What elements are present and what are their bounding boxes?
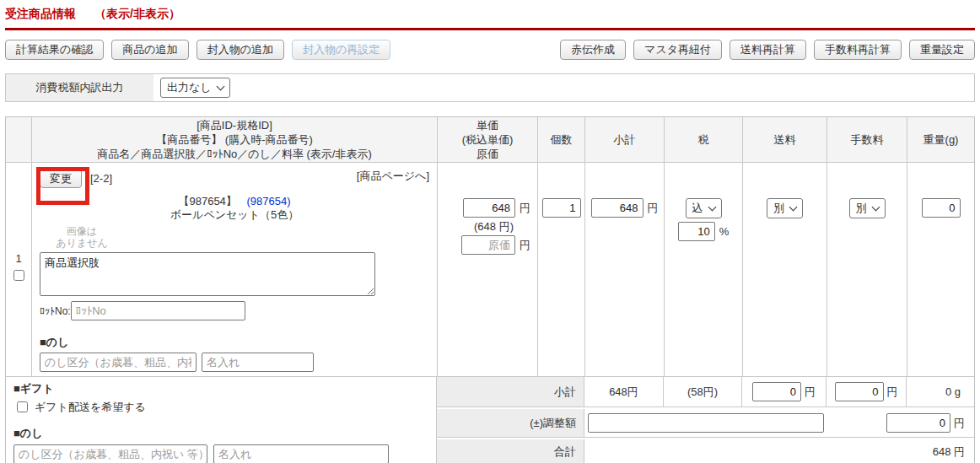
adjustment-note-input[interactable] xyxy=(588,413,824,433)
visibility-toggle-link[interactable]: （表示/非表示） xyxy=(94,7,180,22)
order-product-page: 受注商品情報 （表示/非表示） 計算結果の確認 商品の追加 封入物の追加 封入物… xyxy=(0,0,980,463)
row-number: 1 xyxy=(15,252,21,265)
chevron-down-icon xyxy=(216,83,224,91)
header-product-line1: [商品ID-規格ID] xyxy=(197,118,272,132)
footer-adjustment-label: (±)調整額 xyxy=(437,409,584,437)
header-shipping: 送料 xyxy=(743,117,827,162)
header-product-line2: 【商品番号】 (購入時-商品番号) xyxy=(156,132,313,147)
tax-output-body: 出力なし xyxy=(153,74,230,101)
header-product: [商品ID-規格ID] 【商品番号】 (購入時-商品番号) 商品名／商品選択肢／… xyxy=(32,117,438,162)
product-top-line: 変更 [2-2] [商品ページへ] xyxy=(40,169,429,188)
footer-subtotal-value: 648円 xyxy=(584,377,664,406)
no-image-line2: ありません xyxy=(44,237,120,249)
cost-input[interactable] xyxy=(461,235,515,255)
footer-noshi-name-input[interactable] xyxy=(213,444,389,463)
reset-insert-button[interactable]: 封入物の再設定 xyxy=(292,40,390,60)
product-center-block: 【987654】 (987654) ボールペンセット（5色） xyxy=(40,195,429,222)
subtotal-line: 円 xyxy=(591,198,659,218)
header-quantity: 個数 xyxy=(538,117,585,162)
tax-mode-value: 込 xyxy=(692,201,703,216)
footer-total-label: 合計 xyxy=(437,439,584,463)
footer-subtotal-row: 小計 648円 (58円) 円 円 0 g xyxy=(437,377,974,407)
product-page-link[interactable]: [商品ページへ] xyxy=(357,169,429,184)
footer-noshi-type-input[interactable] xyxy=(13,444,207,463)
gift-delivery-checkbox[interactable] xyxy=(17,401,28,412)
footer-fee-currency: 円 xyxy=(887,385,898,400)
subtotal-input[interactable] xyxy=(591,198,643,218)
header-row-number xyxy=(6,117,32,162)
fee-mode-select[interactable]: 別 xyxy=(849,198,886,218)
unit-price-line: 円 xyxy=(463,198,530,218)
tax-included-price: (648 円) xyxy=(474,219,514,234)
table-footer: ■ギフト ギフト配送を希望する ■のし 小計 648円 (58円) xyxy=(6,376,974,463)
footer-fee-input[interactable] xyxy=(835,382,884,401)
table-row: 1 変更 [2-2] [商品ページへ] 【987654】 (987654) xyxy=(6,163,974,376)
row-number-cell: 1 xyxy=(6,163,32,376)
shipping-mode-value: 別 xyxy=(773,201,784,216)
weight-input[interactable] xyxy=(922,198,961,218)
footer-weight-value: 0 g xyxy=(907,377,974,406)
page-title-bar: 受注商品情報 （表示/非表示） xyxy=(5,7,975,22)
red-slip-create-button[interactable]: 赤伝作成 xyxy=(560,40,626,60)
row-noshi-type-input[interactable] xyxy=(40,353,197,372)
product-options-textarea[interactable]: 商品選択肢 xyxy=(40,252,375,296)
product-number-link[interactable]: (987654) xyxy=(246,195,290,207)
product-name: ボールペンセット（5色） xyxy=(40,208,429,222)
footer-noshi-heading: ■のし xyxy=(13,426,428,441)
shipping-recalc-button[interactable]: 送料再計算 xyxy=(730,40,806,60)
gift-check-row: ギフト配送を希望する xyxy=(13,399,428,415)
lot-no-input[interactable] xyxy=(71,301,245,320)
calc-result-confirm-button[interactable]: 計算結果の確認 xyxy=(5,40,104,60)
change-button[interactable]: 変更 xyxy=(40,169,82,188)
title-divider xyxy=(5,28,975,30)
master-relink-button[interactable]: マスタ再紐付 xyxy=(633,40,722,60)
gift-checkbox-label: ギフト配送を希望する xyxy=(35,400,146,415)
footer-fee-cell: 円 xyxy=(827,377,907,406)
chevron-down-icon xyxy=(708,203,716,212)
order-items-table: [商品ID-規格ID] 【商品番号】 (購入時-商品番号) 商品名／商品選択肢／… xyxy=(5,116,975,463)
cost-currency: 円 xyxy=(520,238,530,253)
header-fee: 手数料 xyxy=(827,117,907,162)
gift-heading: ■ギフト xyxy=(13,381,428,396)
tax-output-select[interactable]: 出力なし xyxy=(160,78,230,98)
product-top-left: 変更 [2-2] xyxy=(40,169,112,188)
weight-cell xyxy=(907,163,974,376)
header-product-line3: 商品名／商品選択肢／ﾛｯﾄNo／のし／料率 (表示/非表示) xyxy=(97,147,372,161)
row-noshi-inputs xyxy=(40,353,429,372)
no-image-placeholder: 画像は ありません xyxy=(44,225,120,249)
footer-noshi-inputs xyxy=(13,444,428,463)
toolbar-left-group: 計算結果の確認 商品の追加 封入物の追加 封入物の再設定 xyxy=(5,40,390,60)
tax-rate-line: % xyxy=(678,222,730,241)
tax-rate-input[interactable] xyxy=(678,222,715,241)
weight-setting-button[interactable]: 重量設定 xyxy=(909,40,975,60)
footer-adjustment-note-cell xyxy=(584,409,827,437)
row-select-checkbox[interactable] xyxy=(13,270,24,281)
adjustment-amount-input[interactable] xyxy=(886,413,950,433)
add-insert-button[interactable]: 封入物の追加 xyxy=(197,40,284,60)
tax-cell: 込 % xyxy=(665,163,743,376)
header-tax: 税 xyxy=(665,117,743,162)
header-unit-line2: (税込単価) xyxy=(462,132,514,147)
lot-label: ﾛｯﾄNo: xyxy=(40,305,71,317)
product-number: 【987654】 xyxy=(178,195,236,207)
fee-cell: 別 xyxy=(827,163,907,376)
shipping-mode-select[interactable]: 別 xyxy=(767,198,803,218)
adjustment-currency: 円 xyxy=(954,416,965,431)
add-product-button[interactable]: 商品の追加 xyxy=(111,40,188,60)
tax-output-selected-value: 出力なし xyxy=(167,80,212,95)
cost-line: 円 xyxy=(461,235,530,255)
unit-price-currency: 円 xyxy=(520,201,530,216)
fee-recalc-button[interactable]: 手数料再計算 xyxy=(814,40,902,60)
shipping-cell: 別 xyxy=(743,163,827,376)
footer-shipping-currency: 円 xyxy=(805,385,816,400)
footer-shipping-input[interactable] xyxy=(752,382,801,401)
row-noshi-name-input[interactable] xyxy=(202,353,314,372)
header-unit-line1: 単価 xyxy=(477,118,498,132)
footer-subtotal-label: 小計 xyxy=(437,377,584,406)
footer-totals: 小計 648円 (58円) 円 円 0 g (±)調整額 xyxy=(437,377,974,463)
lot-row: ﾛｯﾄNo: xyxy=(40,301,429,320)
unit-price-input[interactable] xyxy=(463,198,515,218)
toolbar: 計算結果の確認 商品の追加 封入物の追加 封入物の再設定 赤伝作成 マスタ再紐付… xyxy=(5,40,975,60)
tax-mode-select[interactable]: 込 xyxy=(686,198,722,218)
quantity-input[interactable] xyxy=(542,198,581,218)
